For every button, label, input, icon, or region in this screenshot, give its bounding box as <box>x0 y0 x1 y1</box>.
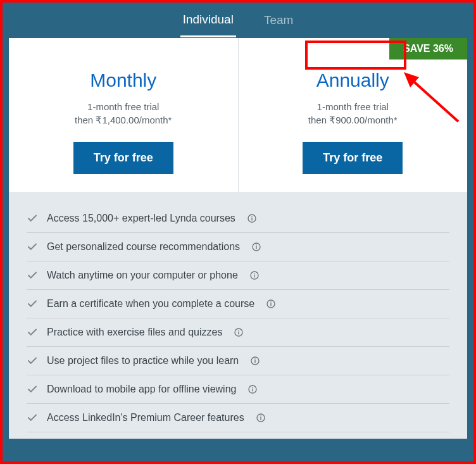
info-icon[interactable] <box>250 356 260 366</box>
pricing-cards: Monthly 1-month free trial then ₹1,400.0… <box>3 38 473 192</box>
save-badge: SAVE 36% <box>389 38 467 60</box>
svg-rect-22 <box>253 389 253 392</box>
svg-point-21 <box>253 387 254 388</box>
svg-rect-4 <box>251 218 252 221</box>
svg-rect-7 <box>256 246 256 249</box>
plan-trial-text: 1-month free trial <box>22 100 225 113</box>
svg-point-15 <box>239 330 240 331</box>
info-icon[interactable] <box>234 327 244 337</box>
feature-item: Practice with exercise files and quizzes <box>27 318 449 347</box>
feature-text: Use project files to practice while you … <box>47 355 239 367</box>
feature-item: Earn a certificate when you complete a c… <box>27 290 449 318</box>
feature-item: Use project files to practice while you … <box>27 347 449 375</box>
feature-item: Access LinkedIn's Premium Career feature… <box>27 404 449 432</box>
svg-point-18 <box>254 358 256 360</box>
info-icon[interactable] <box>247 213 257 223</box>
feature-item: Watch anytime on your computer or phone <box>27 261 449 290</box>
info-icon[interactable] <box>249 270 260 280</box>
plan-type-tabs: Individual Team <box>3 3 473 38</box>
svg-rect-16 <box>239 332 239 335</box>
svg-point-12 <box>270 301 272 303</box>
feature-text: Practice with exercise files and quizzes <box>47 327 222 338</box>
plan-card-monthly: Monthly 1-month free trial then ₹1,400.0… <box>9 38 239 192</box>
feature-item: Access 15,000+ expert-led Lynda courses <box>27 204 449 233</box>
svg-point-24 <box>260 415 261 417</box>
check-icon <box>27 270 38 281</box>
check-icon <box>27 384 38 395</box>
svg-point-6 <box>256 244 257 246</box>
tab-team[interactable]: Team <box>261 4 296 36</box>
check-icon <box>27 298 38 310</box>
plan-price-text: then ₹900.00/month* <box>251 113 455 127</box>
feature-text: Access 15,000+ expert-led Lynda courses <box>47 213 235 224</box>
feature-item: Get personalized course recommendations <box>27 233 449 261</box>
plan-price-text: then ₹1,400.00/month* <box>22 113 225 127</box>
svg-point-9 <box>254 273 255 274</box>
info-icon[interactable] <box>247 384 258 394</box>
info-icon[interactable] <box>256 413 266 423</box>
feature-text: Get personalized course recommendations <box>47 241 240 253</box>
info-icon[interactable] <box>266 299 276 309</box>
plan-title: Monthly <box>22 70 225 91</box>
tab-individual[interactable]: Individual <box>180 4 236 37</box>
svg-point-3 <box>251 216 253 217</box>
feature-item: Download to mobile app for offline viewi… <box>27 375 449 404</box>
feature-text: Download to mobile app for offline viewi… <box>47 384 236 395</box>
pricing-screen: Individual Team Monthly 1-month free tri… <box>0 0 476 464</box>
svg-rect-25 <box>260 417 261 420</box>
try-free-button-annually[interactable]: Try for free <box>303 142 403 174</box>
plan-trial-text: 1-month free trial <box>251 100 455 113</box>
feature-text: Access LinkedIn's Premium Career feature… <box>47 412 244 423</box>
check-icon <box>27 327 38 338</box>
feature-text: Earn a certificate when you complete a c… <box>47 298 254 310</box>
feature-text: Watch anytime on your computer or phone <box>47 270 238 281</box>
check-icon <box>27 241 38 253</box>
check-icon <box>27 412 38 423</box>
svg-rect-19 <box>255 360 256 363</box>
check-icon <box>27 355 38 367</box>
feature-list: Access 15,000+ expert-led Lynda courses … <box>9 192 467 439</box>
plan-card-annually: SAVE 36% Annually 1-month free trial the… <box>239 38 468 192</box>
svg-rect-13 <box>271 303 272 306</box>
info-icon[interactable] <box>251 242 261 252</box>
svg-rect-10 <box>254 275 254 278</box>
check-icon <box>27 213 38 224</box>
try-free-button-monthly[interactable]: Try for free <box>73 142 173 174</box>
plan-title: Annually <box>251 70 455 91</box>
